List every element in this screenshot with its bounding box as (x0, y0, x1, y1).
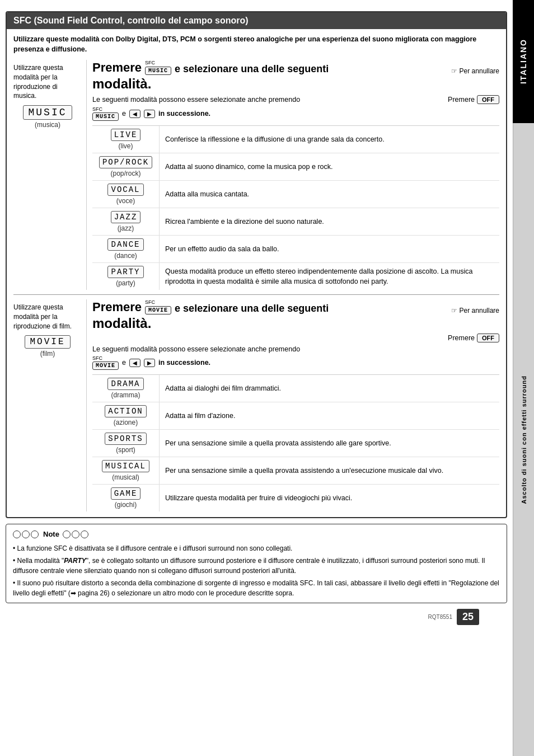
mode-desc-party: Questa modalità produce un effetto stere… (160, 263, 499, 290)
mode-label-vocal: (voce) (116, 197, 135, 205)
mode-display-drama: DRAMA (dramma) (92, 375, 160, 402)
arrow-minus-music[interactable] (129, 110, 140, 118)
film-section: Utilizzare questa modalità per la riprod… (13, 299, 499, 511)
off-btn-film[interactable]: OFF (477, 334, 499, 342)
mode-label-poprock: (pop/rock) (110, 170, 140, 177)
annulla-area-music: ☞ Per annullare (332, 67, 499, 75)
film-section-header: Premere SFC MOVIE e selezionare una dell… (92, 299, 499, 374)
sfc-succ-label: SFC (92, 106, 119, 112)
mode-entry-party: PARTY (party) Questa modalità produce un… (92, 263, 499, 290)
circle-2 (22, 530, 30, 538)
arrow-plus-film[interactable] (144, 359, 155, 367)
le-seguenti-music-text: Le seguenti modalità possono essere sele… (92, 96, 300, 104)
note-title: Note (43, 529, 59, 540)
annulla-area-film: ☞ Per annullare (332, 307, 499, 314)
film-btn[interactable]: MOVIE (145, 306, 171, 314)
mode-display-dance: DANCE (dance) (92, 236, 160, 262)
mode-desc-drama: Adatta ai dialoghi dei film drammatici. (160, 375, 499, 402)
music-outer-text: Utilizzare questa modalità per la riprod… (13, 60, 82, 101)
mode-lcd-live: LIVE (111, 129, 141, 141)
film-sfc-succession-wrapper: SFC MOVIE (92, 355, 119, 370)
mode-entry-drama: DRAMA (dramma) Adatta ai dialoghi dei fi… (92, 375, 499, 402)
film-inner-section: Premere SFC MOVIE e selezionare una dell… (86, 299, 499, 511)
film-lcd: MOVIE (25, 335, 70, 349)
mode-label-action: (azione) (114, 419, 138, 426)
mode-desc-live: Conferisce la riflessione e la diffusion… (160, 126, 499, 153)
premere-off-label-film: Premere (448, 334, 475, 342)
mode-lcd-dance: DANCE (107, 238, 143, 251)
sfc-succ-film-label: SFC (92, 355, 119, 361)
mode-display-game: GAME (giochi) (92, 485, 160, 511)
music-modalita: modalità. (92, 76, 151, 91)
side-labels: ITALIANO Ascolto di suoni con effetti su… (513, 0, 534, 756)
arrow-plus-music[interactable] (144, 110, 155, 118)
mode-lcd-musical: MUSICAL (102, 460, 149, 472)
page-number: 25 (457, 609, 479, 625)
page-footer: RQT8551 25 (6, 609, 507, 625)
music-outer-left: Utilizzare questa modalità per la riprod… (13, 60, 86, 290)
film-modes-list: DRAMA (dramma) Adatta ai dialoghi dei fi… (92, 374, 499, 511)
circle-3 (31, 530, 39, 538)
off-btn-music[interactable]: OFF (477, 95, 499, 104)
mode-display-vocal: VOCAL (voce) (92, 181, 160, 208)
music-movie-btn[interactable]: MUSIC (92, 112, 119, 121)
mode-label-game: (giochi) (115, 501, 137, 509)
music-e-label: e (122, 110, 126, 118)
mode-display-sports: SPORTS (sport) (92, 430, 160, 457)
mode-lcd-action: ACTION (105, 405, 146, 417)
note-section: Note • La funzione SFC è disattivata se … (6, 524, 507, 603)
mode-display-action: ACTION (azione) (92, 402, 160, 429)
film-outer-text: Utilizzare questa modalità per la riprod… (13, 299, 82, 331)
wireless-icon-film: ☞ (451, 307, 457, 314)
film-movie-btn[interactable]: MOVIE (92, 361, 119, 370)
le-seguenti-music-row: Le seguenti modalità possono essere sele… (92, 95, 499, 104)
mode-lcd-drama: DRAMA (107, 378, 143, 390)
music-select-text: e selezionare una delle seguenti (175, 63, 329, 75)
mode-entry-musical: MUSICAL (musical) Per una sensazione sim… (92, 457, 499, 485)
circle-6 (81, 530, 88, 538)
mode-label-drama: (dramma) (111, 391, 140, 399)
music-btn[interactable]: MUSIC (145, 67, 171, 75)
mode-desc-sports: Per una sensazione simile a quella prova… (160, 430, 499, 457)
per-annullare-film: Per annullare (460, 307, 499, 314)
mode-label-musical: (musical) (112, 473, 139, 481)
music-sfc-label: SFC (145, 60, 171, 65)
music-mode-display: MUSIC (musica) (13, 101, 82, 129)
music-press-label: Premere (92, 60, 142, 75)
mode-entry-sports: SPORTS (sport) Per una sensazione simile… (92, 430, 499, 457)
mode-display-musical: MUSICAL (musical) (92, 457, 160, 484)
in-successione-music: in successione. (158, 110, 210, 118)
mode-entry-poprock: POP/ROCK (pop/rock) Adatta al suono dina… (92, 153, 499, 181)
note-bullet-3: • Il suono può risultare distorto a seco… (13, 578, 500, 598)
note-bullet-2: • Nella modalità "PARTY", se è collegato… (13, 556, 500, 576)
mode-desc-dance: Per un effetto audio da sala da ballo. (160, 236, 499, 262)
party-bold-text: PARTY (64, 557, 86, 565)
mode-label-party: (party) (116, 279, 135, 287)
rqt-label: RQT8551 (428, 614, 452, 620)
film-select-text: e selezionare una delle seguenti (175, 303, 329, 314)
italiano-tab: ITALIANO (513, 0, 534, 123)
mode-desc-musical: Per una sensazione simile a quella prova… (160, 457, 499, 484)
mode-label-jazz: (jazz) (118, 224, 134, 232)
music-lcd: MUSIC (23, 105, 72, 120)
film-sfc-btn-wrapper: SFC MOVIE (145, 299, 171, 314)
note-circles-right (63, 530, 88, 538)
mode-entry-live: LIVE (live) Conferisce la riflessione e … (92, 126, 499, 153)
mode-entry-game: GAME (giochi) Utilizzare questa modalità… (92, 485, 499, 511)
mode-entry-vocal: VOCAL (voce) Adatta alla musica cantata. (92, 181, 499, 208)
mode-label-dance: (dance) (114, 252, 137, 260)
note-bullet-1: • La funzione SFC è disattivata se il di… (13, 543, 500, 553)
film-mode-display: MOVIE (film) (13, 331, 82, 358)
film-lcd-label: (film) (40, 350, 55, 358)
circle-1 (13, 530, 21, 538)
note-circles (13, 530, 39, 538)
arrow-minus-film[interactable] (129, 359, 140, 367)
mode-lcd-jazz: JAZZ (111, 211, 141, 223)
page-title: SFC (Sound Field Control, controllo del … (13, 16, 249, 25)
note-header: Note (13, 529, 500, 540)
mode-label-sports: (sport) (116, 446, 135, 454)
film-press-label: Premere (92, 300, 142, 314)
succession-row-film: SFC MOVIE e in successione. (92, 355, 499, 370)
music-section-header: Premere SFC MUSIC e selezionare una dell… (92, 60, 499, 125)
mode-lcd-game: GAME (111, 487, 141, 500)
